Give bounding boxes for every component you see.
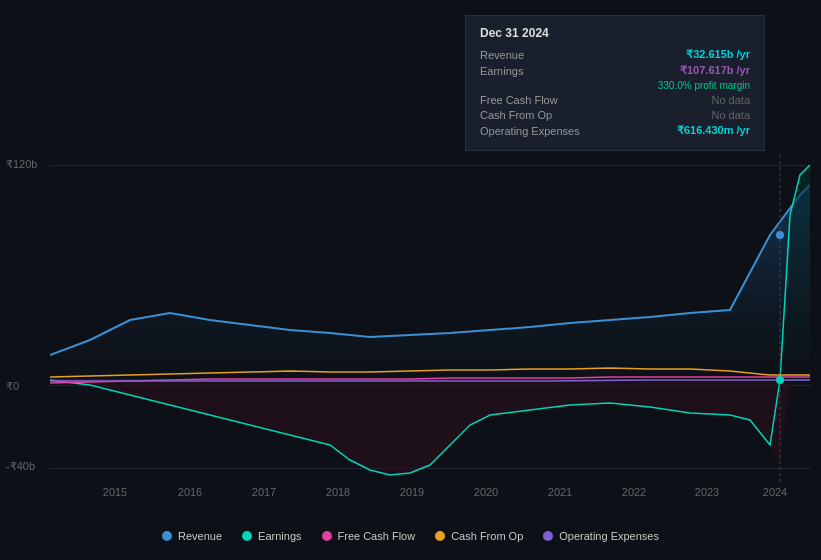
tooltip-row-revenue: Revenue ₹32.615b /yr xyxy=(480,48,750,61)
y-label-bottom: -₹40b xyxy=(6,460,35,473)
x-label-2018: 2018 xyxy=(326,486,350,498)
tooltip-label-fcf: Free Cash Flow xyxy=(480,94,600,106)
x-label-2023: 2023 xyxy=(695,486,719,498)
legend-item-earnings[interactable]: Earnings xyxy=(242,530,301,542)
x-label-2019: 2019 xyxy=(400,486,424,498)
legend-label-cfo: Cash From Op xyxy=(451,530,523,542)
x-label-2022: 2022 xyxy=(622,486,646,498)
x-label-2017: 2017 xyxy=(252,486,276,498)
legend-item-opex[interactable]: Operating Expenses xyxy=(543,530,659,542)
legend-label-revenue: Revenue xyxy=(178,530,222,542)
tooltip-value-profit-margin: 330.0% profit margin xyxy=(658,80,750,91)
x-label-2020: 2020 xyxy=(474,486,498,498)
tooltip-value-fcf: No data xyxy=(711,94,750,106)
legend-label-opex: Operating Expenses xyxy=(559,530,659,542)
tooltip-label-opex: Operating Expenses xyxy=(480,125,600,137)
tooltip-row-opex: Operating Expenses ₹616.430m /yr xyxy=(480,124,750,137)
legend-item-revenue[interactable]: Revenue xyxy=(162,530,222,542)
tooltip-date: Dec 31 2024 xyxy=(480,26,750,40)
legend-item-fcf[interactable]: Free Cash Flow xyxy=(322,530,416,542)
tooltip-row-cfo: Cash From Op No data xyxy=(480,109,750,121)
tooltip-value-opex: ₹616.430m /yr xyxy=(677,124,750,137)
legend-dot-cfo xyxy=(435,531,445,541)
tooltip-value-cfo: No data xyxy=(711,109,750,121)
legend-label-fcf: Free Cash Flow xyxy=(338,530,416,542)
x-label-2024: 2024 xyxy=(763,486,787,498)
x-label-2015: 2015 xyxy=(103,486,127,498)
x-label-2016: 2016 xyxy=(178,486,202,498)
tooltip-value-earnings: ₹107.617b /yr xyxy=(680,64,750,77)
legend-label-earnings: Earnings xyxy=(258,530,301,542)
chart-svg xyxy=(50,155,810,485)
tooltip-label-revenue: Revenue xyxy=(480,49,600,61)
tooltip-row-earnings: Earnings ₹107.617b /yr xyxy=(480,64,750,77)
y-label-top: ₹120b xyxy=(6,158,37,171)
y-label-zero: ₹0 xyxy=(6,380,19,393)
legend-dot-earnings xyxy=(242,531,252,541)
tooltip-row-profit-margin: 330.0% profit margin xyxy=(480,80,750,91)
chart-legend: Revenue Earnings Free Cash Flow Cash Fro… xyxy=(0,530,821,542)
tooltip-label-cfo: Cash From Op xyxy=(480,109,600,121)
legend-item-cfo[interactable]: Cash From Op xyxy=(435,530,523,542)
legend-dot-fcf xyxy=(322,531,332,541)
tooltip-value-revenue: ₹32.615b /yr xyxy=(686,48,750,61)
x-label-2021: 2021 xyxy=(548,486,572,498)
svg-point-3 xyxy=(776,376,784,384)
tooltip-label-earnings: Earnings xyxy=(480,65,600,77)
tooltip-row-fcf: Free Cash Flow No data xyxy=(480,94,750,106)
svg-point-2 xyxy=(776,231,784,239)
tooltip-panel: Dec 31 2024 Revenue ₹32.615b /yr Earning… xyxy=(465,15,765,151)
legend-dot-revenue xyxy=(162,531,172,541)
legend-dot-opex xyxy=(543,531,553,541)
